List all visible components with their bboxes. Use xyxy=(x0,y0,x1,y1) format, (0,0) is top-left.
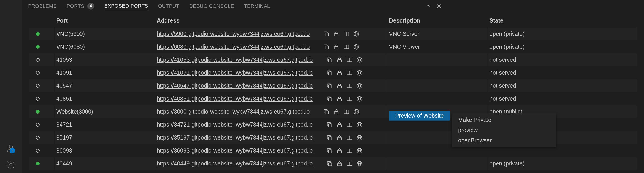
svg-rect-11 xyxy=(338,59,341,62)
address-link[interactable]: https://40547-gitpodio-website-lwybw7344… xyxy=(157,82,313,89)
lock-icon[interactable] xyxy=(336,82,343,89)
state-cell: open (private) xyxy=(488,41,637,53)
address-link[interactable]: https://3000-gitpodio-website-lwybw7344j… xyxy=(157,108,310,115)
context-menu-item[interactable]: preview xyxy=(452,125,556,135)
ports-table: Port Address Description State VNC(5900)… xyxy=(29,14,637,173)
copy-icon[interactable] xyxy=(323,31,330,37)
table-row[interactable]: 40449https://40449-gitpodio-website-lwyb… xyxy=(29,157,637,170)
globe-icon[interactable] xyxy=(356,69,363,76)
copy-icon[interactable] xyxy=(326,56,333,63)
address-link[interactable]: https://6080-gitpodio-website-lwybw7344j… xyxy=(157,44,310,50)
description-cell xyxy=(387,66,487,79)
lock-icon[interactable] xyxy=(333,44,340,50)
address-link[interactable]: https://41053-gitpodio-website-lwybw7344… xyxy=(157,56,313,63)
address-link[interactable]: https://35197-gitpodio-website-lwybw7344… xyxy=(157,134,313,141)
address-link[interactable]: https://36093-gitpodio-website-lwybw7344… xyxy=(157,147,313,154)
lock-icon[interactable] xyxy=(336,69,343,76)
context-menu-item[interactable]: openBrowser xyxy=(452,135,556,145)
lock-icon[interactable] xyxy=(336,95,343,102)
globe-icon[interactable] xyxy=(356,121,363,128)
copy-icon[interactable] xyxy=(326,82,333,89)
table-row[interactable]: VNC(5900)https://5900-gitpodio-website-l… xyxy=(29,28,637,40)
preview-icon[interactable] xyxy=(343,31,350,37)
lock-icon[interactable] xyxy=(333,31,340,37)
lock-icon[interactable] xyxy=(336,121,343,128)
preview-icon[interactable] xyxy=(346,147,353,154)
preview-icon[interactable] xyxy=(343,44,350,50)
globe-icon[interactable] xyxy=(356,160,363,167)
lock-icon[interactable] xyxy=(336,134,343,141)
status-indicator xyxy=(36,149,40,152)
preview-icon[interactable] xyxy=(346,56,353,63)
tab-problems[interactable]: PROBLEMS xyxy=(28,3,56,11)
copy-icon[interactable] xyxy=(326,69,333,76)
preview-icon[interactable] xyxy=(346,121,353,128)
copy-icon[interactable] xyxy=(326,121,333,128)
preview-icon[interactable] xyxy=(343,108,350,115)
context-menu-item[interactable]: Make Private xyxy=(452,115,556,125)
lock-icon[interactable] xyxy=(336,147,343,154)
svg-rect-28 xyxy=(344,110,348,113)
preview-icon[interactable] xyxy=(346,95,353,102)
tooltip: Preview of Website xyxy=(389,111,450,121)
state-cell: open (private) xyxy=(488,157,637,170)
preview-icon[interactable] xyxy=(346,134,353,141)
gear-icon[interactable] xyxy=(6,159,16,170)
status-indicator xyxy=(36,32,40,36)
copy-icon[interactable] xyxy=(323,108,330,115)
globe-icon[interactable] xyxy=(356,56,363,63)
tab-exposed-ports[interactable]: EXPOSED PORTS xyxy=(104,3,148,11)
copy-icon[interactable] xyxy=(326,147,333,154)
lock-icon[interactable] xyxy=(333,108,340,115)
maximize-panel-icon[interactable] xyxy=(425,3,431,11)
table-row[interactable]: 34303https://34303-gitpodio-website-lwyb… xyxy=(29,170,637,173)
table-row[interactable]: VNC(6080)https://6080-gitpodio-website-l… xyxy=(29,41,637,53)
svg-rect-4 xyxy=(344,32,348,36)
copy-icon[interactable] xyxy=(326,160,333,167)
svg-rect-14 xyxy=(328,72,332,75)
svg-point-1 xyxy=(10,163,12,166)
close-panel-icon[interactable] xyxy=(436,3,442,11)
table-row[interactable]: 40547https://40547-gitpodio-website-lwyb… xyxy=(29,79,637,92)
status-indicator xyxy=(36,45,40,49)
preview-icon[interactable] xyxy=(346,82,353,89)
tab-ports[interactable]: PORTS 4 xyxy=(66,3,94,11)
lock-icon[interactable] xyxy=(336,56,343,63)
globe-icon[interactable] xyxy=(356,134,363,141)
tab-output[interactable]: OUTPUT xyxy=(158,3,179,11)
globe-icon[interactable] xyxy=(353,31,360,37)
address-link[interactable]: https://34721-gitpodio-website-lwybw7344… xyxy=(157,121,313,128)
copy-icon[interactable] xyxy=(326,134,333,141)
globe-icon[interactable] xyxy=(353,108,360,115)
tab-debug-console[interactable]: DEBUG CONSOLE xyxy=(189,3,234,11)
svg-rect-27 xyxy=(334,111,338,114)
description-cell xyxy=(387,54,487,66)
preview-icon[interactable] xyxy=(346,160,353,167)
table-row[interactable]: 40851https://40851-gitpodio-website-lwyb… xyxy=(29,92,637,105)
globe-icon[interactable] xyxy=(356,82,363,89)
globe-icon[interactable] xyxy=(353,44,360,50)
address-link[interactable]: https://40851-gitpodio-website-lwybw7344… xyxy=(157,95,313,102)
globe-icon[interactable] xyxy=(356,95,363,102)
table-row[interactable]: 41053https://41053-gitpodio-website-lwyb… xyxy=(29,54,637,66)
address-link[interactable]: https://40449-gitpodio-website-lwybw7344… xyxy=(157,160,313,167)
globe-icon[interactable] xyxy=(356,147,363,154)
copy-icon[interactable] xyxy=(326,95,333,102)
port-label: 36093 xyxy=(54,144,154,157)
state-cell: not served xyxy=(488,170,637,173)
port-label: VNC(5900) xyxy=(54,28,154,40)
svg-rect-34 xyxy=(328,137,332,140)
copy-icon[interactable] xyxy=(323,44,330,50)
state-cell: not served xyxy=(488,92,637,105)
address-link[interactable]: https://5900-gitpodio-website-lwybw7344j… xyxy=(157,31,310,37)
svg-rect-3 xyxy=(334,34,338,36)
address-link[interactable]: https://41091-gitpodio-website-lwybw7344… xyxy=(157,69,313,76)
header-port: Port xyxy=(54,14,154,27)
table-row[interactable]: 41091https://41091-gitpodio-website-lwyb… xyxy=(29,66,637,79)
status-indicator xyxy=(36,84,40,88)
lock-icon[interactable] xyxy=(336,160,343,167)
accounts-icon[interactable]: 1 xyxy=(6,143,16,154)
header-description: Description xyxy=(387,14,487,27)
preview-icon[interactable] xyxy=(346,69,353,76)
tab-terminal[interactable]: TERMINAL xyxy=(244,3,270,11)
